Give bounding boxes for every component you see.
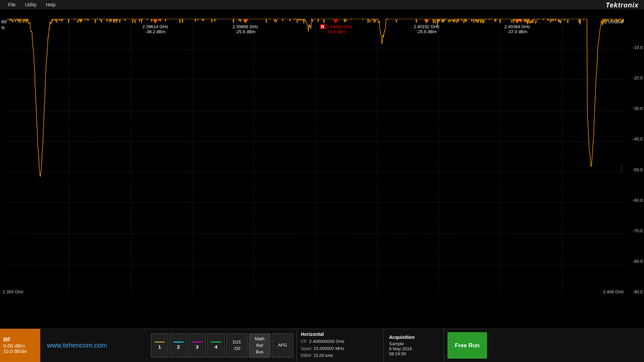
y-axis-label: -50.0 [624,167,643,172]
y-axis-label: -60.0 [624,198,643,203]
marker-label-1: 2.39614 GHz-38.2 dBm [143,19,168,34]
marker-triangle [334,19,338,23]
trace-btn-4[interactable]: 4 [207,334,225,358]
marker-triangle [424,19,429,23]
acq-time: 08:24:50 [389,351,438,356]
side-dots[interactable]: ⋮ [619,167,625,171]
y-axis-label: -20.0 [624,75,643,80]
spectrum-chart [7,19,624,295]
y-axis: -10.0-20.0-30.0-40.0-50.0-60.0-70.0-80.0… [624,19,643,295]
marker-label-4: 2.40192 GHz-25.6 dBm [414,19,440,34]
marker-freq: 2.39614 GHz [143,24,168,29]
rbw-value: 15.00 kHz [313,353,333,358]
freq-left: 2.393 GHz [3,289,23,294]
menu-help[interactable]: Help [41,1,60,8]
website-label: www.tehencom.com [40,329,148,362]
marker-freq: 2.40384 GHz [504,24,530,29]
trace-btn-1[interactable]: 1 [151,334,168,358]
rf-n-label: RF N [1,19,7,31]
marker-power: -25.6 dBm [232,29,258,34]
tektronix-logo: Tektronix [606,1,639,9]
ref-level: 0.00 dBm [604,19,623,24]
y-axis-label: -30.0 [624,106,643,111]
marker-power: -38.2 dBm [143,29,168,34]
marker-label-2: 2.39806 GHz-25.6 dBm [232,19,258,34]
acq-mode: Sample [389,341,438,346]
marker-triangle [153,19,158,23]
marker-power: -14.8 dBm [320,29,352,34]
rbw-row: RBW: 15.00 kHz [301,352,379,359]
y-axis-label: -70.0 [624,228,643,233]
rf-section: RF 0.00 dBm 10.0 dB/div [0,329,40,362]
menu-file[interactable]: File [3,1,20,8]
marker-freq: 2.40192 GHz [414,24,440,29]
marker-label-5: 2.40384 GHz-37.0 dBm [504,19,530,34]
rf-dbm: 0.00 dBm [3,343,37,349]
acquisition-title: Acquisition [389,335,438,340]
marker-triangle [243,19,248,23]
rf-div: 10.0 dB/div [3,349,37,354]
afg-button[interactable]: AFG [272,334,293,358]
bottom-bar: RF 0.00 dBm 10.0 dB/div www.tehencom.com… [0,328,644,362]
y-axis-label: -10.0 [624,45,643,50]
free-run-button[interactable]: Free Run [447,332,487,359]
acquisition-section: Acquisition Sample 8 May 2019 08:24:50 [384,329,444,362]
cf-value: 2.400000000 GHz [309,339,345,344]
acq-date: 8 May 2019 [389,346,438,351]
menu-utility[interactable]: Utility [20,1,41,8]
trace-buttons: 1 2 3 4 D15 -D0 Math Ref Bus AFG [148,329,297,362]
marker-freq: 2.39806 GHz [232,24,258,29]
horizontal-title: Horizontal [301,331,379,337]
marker-label-R: R 2.40000 GHz-14.8 dBm [320,19,352,34]
freq-right: 2.408 GHz [603,289,624,294]
menubar: File Utility Help Tektronix [0,0,644,9]
marker-power: -37.0 dBm [504,29,530,34]
trace-btn-2[interactable]: 2 [170,334,187,358]
marker-freq: R 2.40000 GHz [320,24,352,29]
span-row: Span: 15.000000 MHz [301,345,379,352]
marker-triangle [515,19,520,23]
d15-d0-button[interactable]: D15 -D0 [226,334,248,358]
chart-area: RF N 0.00 dBm 2.39614 GHz-38.2 dBm2.3980… [0,9,644,328]
y-axis-label: -80.0 [624,259,643,264]
horizontal-section: Horizontal CF: 2.400000000 GHz Span: 15.… [297,329,384,362]
rf-title: RF [3,337,37,343]
trace-btn-3[interactable]: 3 [189,334,206,358]
y-axis-label: -40.0 [624,136,643,141]
cf-row: CF: 2.400000000 GHz [301,338,379,345]
math-ref-bus-button[interactable]: Math Ref Bus [249,334,270,358]
span-value: 15.000000 MHz [314,346,344,351]
y-axis-label: -90.0 [624,289,643,294]
marker-power: -25.6 dBm [414,29,440,34]
